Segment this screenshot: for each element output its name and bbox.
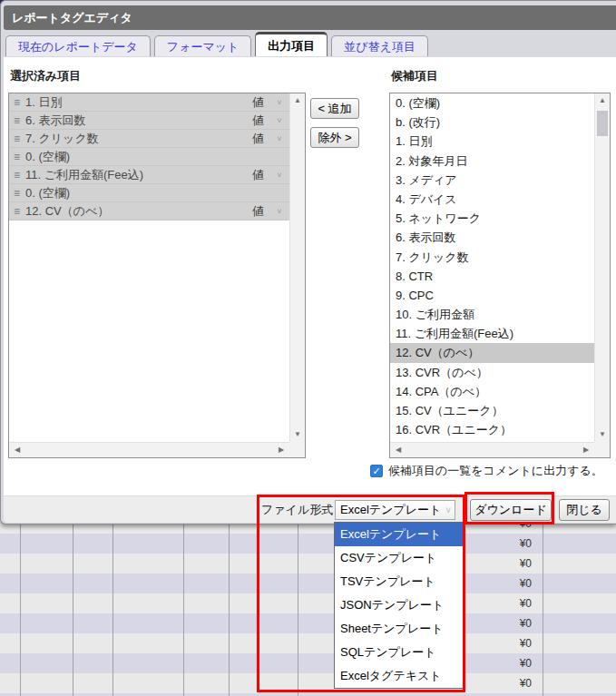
value-type-label: 値 bbox=[252, 113, 264, 129]
candidate-item[interactable]: 1. 日別 bbox=[390, 132, 594, 151]
selected-list-horizontal-scrollbar[interactable]: ◀ ▶ bbox=[9, 442, 289, 457]
amount-cell: ¥0 bbox=[520, 573, 532, 593]
candidate-item[interactable]: 14. CPA（のべ） bbox=[390, 382, 594, 401]
candidate-item[interactable]: 12. CV（のべ） bbox=[390, 343, 594, 362]
selected-list-vertical-scrollbar[interactable]: ▲ ▼ bbox=[289, 93, 305, 442]
candidate-item[interactable]: 11. ご利用金額(Fee込) bbox=[390, 324, 594, 343]
tab-3[interactable]: 並び替え項目 bbox=[331, 35, 428, 56]
scroll-up-icon[interactable]: ▲ bbox=[595, 93, 610, 108]
remove-button[interactable]: 除外 > bbox=[310, 127, 359, 148]
table-grid-line bbox=[112, 514, 113, 696]
annotation-box-file-format bbox=[257, 495, 465, 692]
selected-item-label: 6. 表示回数 bbox=[25, 113, 252, 129]
scrollbar-corner bbox=[289, 442, 305, 457]
amount-cell: ¥0 bbox=[520, 673, 532, 693]
selected-item-row[interactable]: ≡12. CV（のべ）値˅ bbox=[9, 202, 289, 221]
comment-output-option: ✓ 候補項目の一覧をコメントに出力する。 bbox=[370, 464, 603, 478]
close-button[interactable]: 閉じる bbox=[559, 499, 610, 521]
candidate-item[interactable]: 9. CPC bbox=[390, 286, 594, 305]
value-type-label: 値 bbox=[252, 94, 264, 111]
candidate-item[interactable]: 16. CVR（ユニーク） bbox=[390, 420, 594, 439]
chevron-down-icon: ˅ bbox=[275, 171, 284, 180]
candidate-list-horizontal-scrollbar[interactable]: ◀ ▶ bbox=[390, 442, 594, 457]
scroll-down-icon[interactable]: ▼ bbox=[595, 427, 610, 442]
selected-item-row[interactable]: ≡1. 日別値˅ bbox=[9, 93, 289, 112]
scroll-down-icon[interactable]: ▼ bbox=[290, 427, 305, 442]
drag-handle-icon[interactable]: ≡ bbox=[14, 114, 20, 127]
value-type-select[interactable]: 値˅ bbox=[252, 94, 289, 111]
amount-cell: ¥0 bbox=[520, 613, 532, 633]
chevron-down-icon: ˅ bbox=[275, 116, 284, 125]
candidate-item[interactable]: 5. ネットワーク bbox=[390, 209, 594, 228]
selected-items-rows: ≡1. 日別値˅≡6. 表示回数値˅≡7. クリック数値˅≡0. (空欄)≡11… bbox=[9, 93, 289, 442]
comment-output-checkbox[interactable]: ✓ bbox=[370, 465, 383, 477]
candidate-item[interactable]: 6. 表示回数 bbox=[390, 228, 594, 247]
selected-item-label: 1. 日別 bbox=[25, 94, 252, 111]
scroll-left-icon[interactable]: ◀ bbox=[392, 443, 405, 457]
candidate-items-header: 候補項目 bbox=[391, 68, 438, 84]
scrollbar-corner bbox=[594, 442, 610, 457]
amount-cell: ¥0 bbox=[520, 633, 532, 653]
value-type-select[interactable]: 値˅ bbox=[252, 167, 289, 183]
value-type-select[interactable]: 値˅ bbox=[252, 113, 289, 129]
drag-handle-icon[interactable]: ≡ bbox=[14, 132, 20, 145]
candidate-item[interactable]: 0. (空欄) bbox=[390, 93, 594, 113]
tab-bar: 現在のレポートデータフォーマット出力項目並び替え項目 bbox=[4, 30, 616, 57]
drag-handle-icon[interactable]: ≡ bbox=[14, 151, 20, 163]
scroll-up-icon[interactable]: ▲ bbox=[290, 93, 305, 108]
selected-item-label: 7. クリック数 bbox=[25, 131, 252, 147]
candidate-item[interactable]: 8. CTR bbox=[390, 267, 594, 286]
selected-item-row[interactable]: ≡0. (空欄) bbox=[9, 148, 289, 166]
selected-item-label: 0. (空欄) bbox=[25, 185, 289, 201]
comment-output-label: 候補項目の一覧をコメントに出力する。 bbox=[388, 463, 603, 479]
add-button[interactable]: < 追加 bbox=[310, 98, 359, 119]
tab-2[interactable]: 出力項目 bbox=[255, 32, 328, 56]
tab-0[interactable]: 現在のレポートデータ bbox=[5, 35, 151, 56]
scroll-right-icon[interactable]: ▶ bbox=[580, 443, 592, 457]
candidate-item[interactable]: 10. ご利用金額 bbox=[390, 305, 594, 324]
value-type-select[interactable]: 値˅ bbox=[252, 131, 289, 147]
amount-cell: ¥0 bbox=[520, 593, 532, 613]
selected-items-list: ≡1. 日別値˅≡6. 表示回数値˅≡7. クリック数値˅≡0. (空欄)≡11… bbox=[8, 93, 306, 458]
amount-cell: ¥0 bbox=[520, 554, 532, 573]
drag-handle-icon[interactable]: ≡ bbox=[14, 205, 20, 218]
scrollbar-thumb[interactable] bbox=[597, 111, 608, 136]
selected-item-row[interactable]: ≡11. ご利用金額(Fee込)値˅ bbox=[9, 166, 289, 184]
scroll-right-icon[interactable]: ▶ bbox=[275, 443, 288, 457]
candidate-item[interactable]: 15. CV（ユニーク） bbox=[390, 401, 594, 420]
value-type-select[interactable]: 値˅ bbox=[252, 203, 289, 220]
table-grid-line bbox=[20, 514, 21, 696]
scroll-left-icon[interactable]: ◀ bbox=[11, 443, 24, 457]
selected-item-label: 0. (空欄) bbox=[25, 149, 289, 165]
table-grid-line bbox=[229, 514, 230, 696]
candidate-item[interactable]: 3. メディア bbox=[390, 171, 594, 190]
drag-handle-icon[interactable]: ≡ bbox=[14, 96, 20, 109]
selected-item-row[interactable]: ≡0. (空欄) bbox=[9, 184, 289, 202]
candidate-item[interactable]: 13. CVR（のべ） bbox=[390, 363, 594, 382]
candidate-item[interactable]: 2. 対象年月日 bbox=[390, 152, 594, 171]
selected-item-label: 12. CV（のべ） bbox=[25, 203, 252, 220]
candidate-item[interactable]: b. (改行) bbox=[390, 113, 594, 132]
value-type-label: 値 bbox=[252, 167, 264, 183]
candidate-item[interactable]: 7. クリック数 bbox=[390, 248, 594, 267]
value-type-label: 値 bbox=[252, 131, 264, 147]
selected-items-header: 選択済み項目 bbox=[10, 68, 81, 84]
candidate-items-list: 0. (空欄)b. (改行)1. 日別2. 対象年月日3. メディア4. デバイ… bbox=[389, 93, 611, 458]
tab-1[interactable]: フォーマット bbox=[154, 35, 252, 56]
dialog-titlebar[interactable]: レポートタグエディタ bbox=[4, 5, 616, 30]
chevron-down-icon: ˅ bbox=[275, 134, 284, 143]
dialog-content: 選択済み項目 候補項目 ≡1. 日別値˅≡6. 表示回数値˅≡7. クリック数値… bbox=[4, 57, 616, 495]
selected-item-row[interactable]: ≡7. クリック数値˅ bbox=[9, 130, 289, 148]
candidate-list-vertical-scrollbar[interactable]: ▲ ▼ bbox=[594, 93, 610, 442]
candidate-items-rows: 0. (空欄)b. (改行)1. 日別2. 対象年月日3. メディア4. デバイ… bbox=[390, 93, 594, 442]
screen: ¥0¥0¥0¥0¥0¥0¥0¥0¥0¥0 レポートタグエディタ 現在のレポートデ… bbox=[0, 0, 616, 696]
drag-handle-icon[interactable]: ≡ bbox=[14, 187, 20, 200]
amount-cell: ¥0 bbox=[520, 653, 532, 673]
chevron-down-icon: ˅ bbox=[275, 207, 284, 216]
drag-handle-icon[interactable]: ≡ bbox=[14, 169, 20, 181]
candidate-item[interactable]: 4. デバイス bbox=[390, 190, 594, 209]
table-grid-line bbox=[183, 514, 184, 696]
table-grid-line bbox=[543, 514, 543, 696]
selected-item-row[interactable]: ≡6. 表示回数値˅ bbox=[9, 112, 289, 130]
table-grid-line bbox=[73, 514, 73, 696]
